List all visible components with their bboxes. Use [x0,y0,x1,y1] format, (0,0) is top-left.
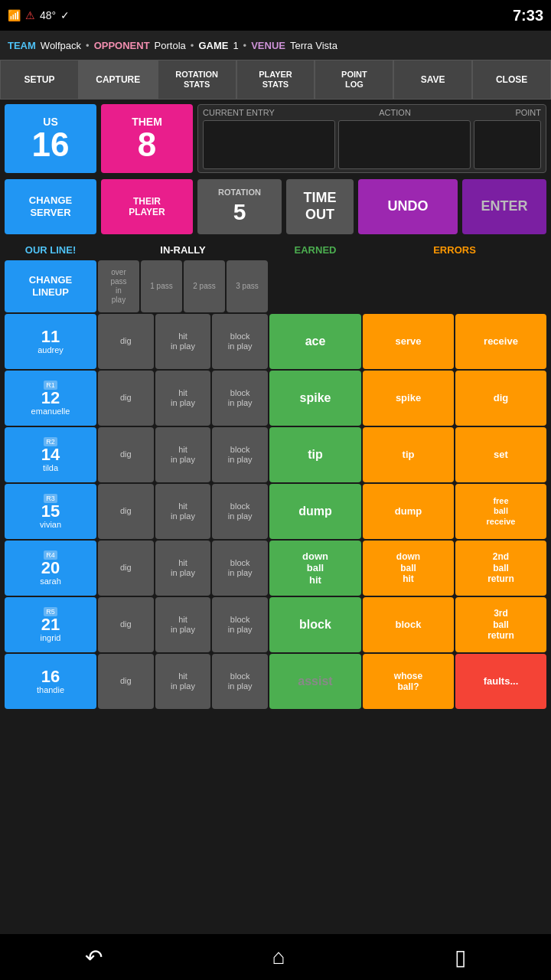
wifi-icon: 📶 [8,9,21,21]
check-icon: ✓ [60,9,70,21]
column-headers: OUR LINE! IN-RALLY EARNED ERRORS [5,240,546,259]
1-pass-button[interactable]: 1 pass [141,260,182,312]
earned-block[interactable]: block [269,597,361,652]
error-set[interactable]: set [455,427,546,482]
undo-button[interactable]: UNDO [358,179,458,234]
player-button-11[interactable]: 11 audrey [5,314,96,369]
error-spike[interactable]: spike [363,371,454,426]
error-2nd-ball-return[interactable]: 2ndballreturn [455,541,546,596]
error-down-ball-hit[interactable]: downballhit [363,541,454,596]
block-in-play-button-16[interactable]: blockin play [212,654,268,709]
home-icon[interactable]: ⌂ [272,945,285,969]
tab-capture[interactable]: CAPTURE [79,60,158,100]
hit-in-play-button-15[interactable]: hitin play [155,484,211,539]
block-in-play-button-21[interactable]: blockin play [212,597,268,652]
main-area: OUR LINE! IN-RALLY EARNED ERRORS CHANGE … [0,237,551,934]
error-tip[interactable]: tip [363,427,454,482]
dig-button-15[interactable]: dig [98,484,154,539]
hit-in-play-button-16[interactable]: hitin play [155,654,211,709]
tab-rotation-stats[interactable]: ROTATION STATS [158,60,236,100]
score-us: US 16 [5,104,96,173]
3-pass-button[interactable]: 3 pass [227,260,268,312]
error-block[interactable]: block [363,597,454,652]
error-faults[interactable]: faults... [455,654,546,709]
errors-header: ERRORS [363,244,546,256]
2-pass-button[interactable]: 2 pass [184,260,225,312]
block-in-play-button-11[interactable]: blockin play [212,314,268,369]
current-entry-input[interactable] [203,120,335,169]
dig-button-20[interactable]: dig [98,541,154,596]
change-server-button[interactable]: CHANGE SERVER [5,179,96,234]
back-icon[interactable]: ↶ [85,945,103,970]
temperature: 48° [40,9,56,21]
team-name: Wolfpack [41,40,81,51]
over-pass-button[interactable]: over pass in play [98,260,139,312]
dig-button-21[interactable]: dig [98,597,154,652]
action-label: ACTION [379,108,411,117]
team-label: TEAM [8,40,36,51]
player-button-20[interactable]: R4 20 sarah [5,541,96,596]
in-rally-header: IN-RALLY [98,244,268,256]
earned-assist[interactable]: assist [269,654,361,709]
tab-setup[interactable]: SETUP [0,60,79,100]
timeout-button[interactable]: TIME OUT [286,179,354,234]
point-label: POINT [515,108,541,117]
alert-icon: ⚠ [25,9,35,21]
earned-tip[interactable]: tip [269,427,361,482]
opponent-name: Portola [155,40,186,51]
player-button-21[interactable]: R5 21 ingrid [5,597,96,652]
change-lineup-button[interactable]: CHANGE LINEUP [5,260,96,312]
nav-tabs: SETUP CAPTURE ROTATION STATS PLAYER STAT… [0,60,551,100]
recents-icon[interactable]: ▯ [455,945,466,970]
action-input[interactable] [338,120,471,169]
dig-button-16[interactable]: dig [98,654,154,709]
nav-bottom: ↶ ⌂ ▯ [0,934,551,980]
hit-in-play-button-20[interactable]: hitin play [155,541,211,596]
error-free-ball-receive[interactable]: freeballreceive [455,484,546,539]
player-row-16: 16 thandie dig hitin play blockin play a… [5,654,546,709]
team-bar: TEAM Wolfpack • OPPONENT Portola • GAME … [0,31,551,60]
error-dump[interactable]: dump [363,484,454,539]
hit-in-play-button-12[interactable]: hitin play [155,371,211,426]
tab-close[interactable]: CLOSE [472,60,551,100]
hit-in-play-button-11[interactable]: hitin play [155,314,211,369]
player-button-16[interactable]: 16 thandie [5,654,96,709]
error-whose-ball[interactable]: whoseball? [363,654,454,709]
game-label: GAME [198,40,228,51]
player-row-14: R2 14 tilda dig hitin play blockin play … [5,427,546,482]
earned-down-ball-hit[interactable]: downballhit [269,541,361,596]
earned-header: EARNED [269,244,361,256]
their-player-button[interactable]: THEIR PLAYER [101,179,193,234]
rotation-display: ROTATION 5 [197,179,282,234]
point-input[interactable] [474,120,541,169]
header-action-row: CHANGE LINEUP over pass in play 1 pass 2… [5,260,546,312]
block-in-play-button-20[interactable]: blockin play [212,541,268,596]
dig-button-14[interactable]: dig [98,427,154,482]
player-button-12[interactable]: R1 12 emanuelle [5,371,96,426]
enter-button[interactable]: ENTER [462,179,546,234]
player-button-14[interactable]: R2 14 tilda [5,427,96,482]
error-serve[interactable]: serve [363,314,454,369]
clock: 7:33 [513,7,543,24]
block-in-play-button-12[interactable]: blockin play [212,371,268,426]
dig-button-11[interactable]: dig [98,314,154,369]
us-score: 16 [32,128,70,162]
earned-spike[interactable]: spike [269,371,361,426]
block-in-play-button-15[interactable]: blockin play [212,484,268,539]
player-button-15[interactable]: R3 15 vivian [5,484,96,539]
tab-point-log[interactable]: POINT LOG [315,60,393,100]
dig-button-12[interactable]: dig [98,371,154,426]
score-them: THEM 8 [101,104,193,173]
pass-buttons: over pass in play 1 pass 2 pass 3 pass [98,260,268,312]
earned-dump[interactable]: dump [269,484,361,539]
error-3rd-ball-return[interactable]: 3rdballreturn [455,597,546,652]
hit-in-play-button-14[interactable]: hitin play [155,427,211,482]
venue-label: VENUE [251,40,285,51]
hit-in-play-button-21[interactable]: hitin play [155,597,211,652]
block-in-play-button-14[interactable]: blockin play [212,427,268,482]
tab-player-stats[interactable]: PLAYER STATS [236,60,315,100]
error-dig[interactable]: dig [455,371,546,426]
earned-ace[interactable]: ace [269,314,361,369]
tab-save[interactable]: SAVE [393,60,472,100]
error-receive[interactable]: receive [455,314,546,369]
